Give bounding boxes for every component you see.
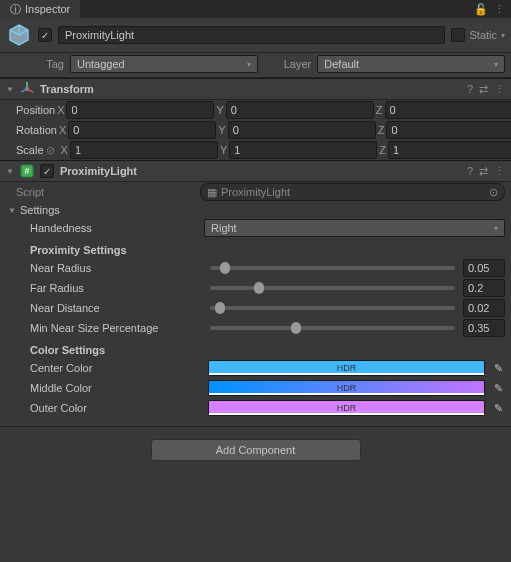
layer-label: Layer — [284, 58, 312, 70]
kebab-icon[interactable]: ⋮ — [494, 165, 505, 178]
transform-icon — [20, 82, 34, 96]
component-enabled-checkbox[interactable] — [40, 164, 54, 178]
hdr-badge: HDR — [337, 383, 357, 393]
middle-color-swatch[interactable]: HDR — [208, 380, 485, 396]
cube-icon[interactable] — [6, 22, 32, 48]
proximitylight-title: ProximityLight — [60, 165, 461, 177]
center-color-swatch[interactable]: HDR — [208, 360, 485, 376]
kebab-icon[interactable]: ⋮ — [494, 3, 505, 16]
near-distance-input[interactable] — [463, 299, 505, 317]
script-value: ProximityLight — [221, 186, 290, 198]
tab-bar: ⓘ Inspector 🔓 ⋮ — [0, 0, 511, 18]
chevron-down-icon: ▾ — [494, 60, 498, 69]
center-color-row: Center Color HDR ✎ — [0, 358, 511, 378]
z-label: Z — [378, 124, 385, 136]
add-component-button[interactable]: Add Component — [151, 439, 361, 461]
position-row: Position X Y Z — [0, 100, 511, 120]
y-label: Y — [218, 124, 225, 136]
settings-label: Settings — [20, 204, 60, 216]
z-label: Z — [376, 104, 383, 116]
far-radius-label: Far Radius — [30, 282, 202, 294]
gameobject-header: Static ▾ — [0, 18, 511, 53]
near-radius-input[interactable] — [463, 259, 505, 277]
rotation-label: Rotation — [16, 124, 57, 136]
far-radius-row: Far Radius — [0, 278, 511, 298]
eyedropper-icon[interactable]: ✎ — [491, 362, 505, 375]
tag-label: Tag — [40, 58, 64, 70]
rotation-z-input[interactable] — [386, 121, 511, 139]
eyedropper-icon[interactable]: ✎ — [491, 382, 505, 395]
near-distance-row: Near Distance — [0, 298, 511, 318]
tag-layer-row: Tag Untagged ▾ Layer Default ▾ — [0, 53, 511, 78]
min-near-row: Min Near Size Percentage — [0, 318, 511, 338]
script-row: Script ▦ ProximityLight ⊙ — [0, 182, 511, 202]
near-distance-slider[interactable] — [210, 306, 455, 310]
rotation-y-input[interactable] — [228, 121, 376, 139]
help-icon[interactable]: ? — [467, 165, 473, 177]
help-icon[interactable]: ? — [467, 83, 473, 95]
static-checkbox[interactable] — [451, 28, 465, 42]
scale-label: Scale — [16, 144, 44, 156]
foldout-icon[interactable]: ▼ — [6, 167, 14, 176]
transform-header[interactable]: ▼ Transform ? ⇄ ⋮ — [0, 78, 511, 100]
handedness-row: Handedness Right ▾ — [0, 218, 511, 238]
position-y-input[interactable] — [226, 101, 374, 119]
enabled-checkbox[interactable] — [38, 28, 52, 42]
scale-row: Scale ⊘ X Y Z — [0, 140, 511, 160]
script-label: Script — [16, 186, 198, 198]
min-near-slider[interactable] — [210, 326, 455, 330]
proximity-settings-heading: Proximity Settings — [0, 238, 511, 258]
transform-title: Transform — [40, 83, 461, 95]
svg-text:#: # — [24, 166, 29, 176]
hdr-badge: HDR — [337, 403, 357, 413]
foldout-icon[interactable]: ▼ — [6, 85, 14, 94]
tab-title: Inspector — [25, 3, 70, 15]
scale-z-input[interactable] — [388, 141, 511, 159]
x-label: X — [59, 124, 66, 136]
scale-x-input[interactable] — [70, 141, 218, 159]
min-near-input[interactable] — [463, 319, 505, 337]
outer-color-swatch[interactable]: HDR — [208, 400, 485, 416]
handedness-label: Handedness — [30, 222, 202, 234]
link-icon[interactable]: ⊘ — [46, 144, 55, 157]
rotation-x-input[interactable] — [68, 121, 216, 139]
scale-y-input[interactable] — [229, 141, 377, 159]
script-field: ▦ ProximityLight ⊙ — [200, 183, 505, 201]
lock-icon[interactable]: 🔓 — [474, 3, 488, 16]
middle-color-row: Middle Color HDR ✎ — [0, 378, 511, 398]
y-label: Y — [216, 104, 223, 116]
near-radius-row: Near Radius — [0, 258, 511, 278]
script-icon: # — [20, 164, 34, 178]
eyedropper-icon[interactable]: ✎ — [491, 402, 505, 415]
far-radius-slider[interactable] — [210, 286, 455, 290]
foldout-icon[interactable]: ▼ — [8, 206, 16, 215]
static-label: Static — [469, 29, 497, 41]
preset-icon[interactable]: ⇄ — [479, 165, 488, 178]
near-radius-label: Near Radius — [30, 262, 202, 274]
kebab-icon[interactable]: ⋮ — [494, 83, 505, 96]
proximitylight-header[interactable]: ▼ # ProximityLight ? ⇄ ⋮ — [0, 160, 511, 182]
x-label: X — [61, 144, 68, 156]
object-picker-icon[interactable]: ⊙ — [489, 186, 498, 199]
z-label: Z — [379, 144, 386, 156]
tag-dropdown[interactable]: Untagged ▾ — [70, 55, 258, 73]
center-color-label: Center Color — [30, 362, 202, 374]
rotation-row: Rotation X Y Z — [0, 120, 511, 140]
static-dropdown-icon[interactable]: ▾ — [501, 31, 505, 40]
name-input[interactable] — [58, 26, 445, 44]
position-label: Position — [16, 104, 55, 116]
preset-icon[interactable]: ⇄ — [479, 83, 488, 96]
info-icon: ⓘ — [10, 2, 21, 17]
inspector-tab[interactable]: ⓘ Inspector — [0, 0, 80, 18]
add-component-wrap: Add Component — [0, 426, 511, 473]
script-file-icon: ▦ — [207, 186, 217, 199]
settings-foldout[interactable]: ▼ Settings — [0, 202, 511, 218]
handedness-dropdown[interactable]: Right ▾ — [204, 219, 505, 237]
position-x-input[interactable] — [66, 101, 214, 119]
static-toggle[interactable]: Static ▾ — [451, 28, 505, 42]
layer-dropdown[interactable]: Default ▾ — [317, 55, 505, 73]
far-radius-input[interactable] — [463, 279, 505, 297]
position-z-input[interactable] — [385, 101, 511, 119]
near-radius-slider[interactable] — [210, 266, 455, 270]
handedness-value: Right — [211, 222, 237, 234]
